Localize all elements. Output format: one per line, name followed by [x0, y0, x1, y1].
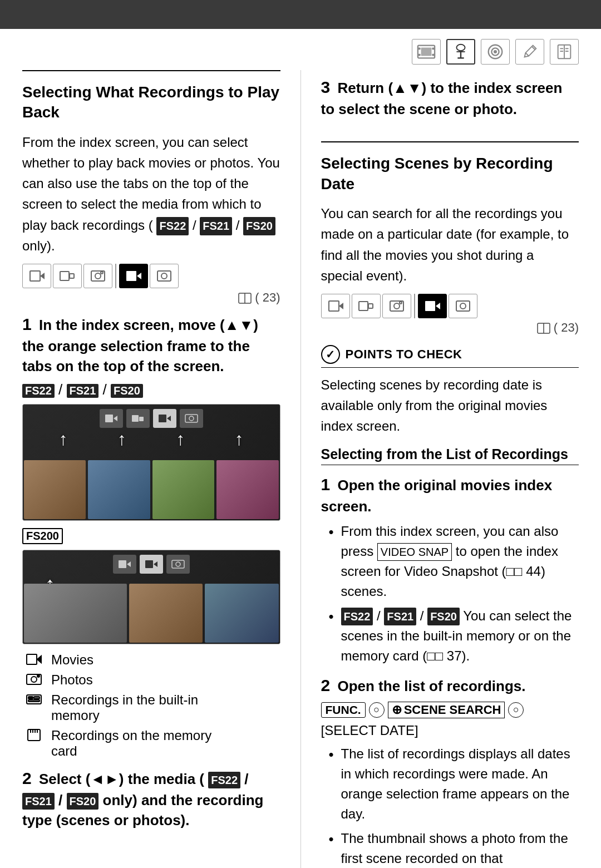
thumb-1	[24, 460, 86, 519]
svg-rect-48	[27, 654, 37, 664]
arrows-overlay: ↑ ↑ ↑ ↑	[23, 429, 280, 450]
svg-marker-35	[114, 416, 117, 421]
svg-marker-45	[154, 561, 157, 567]
svg-rect-5	[421, 47, 432, 56]
step2-label: 2 Select (◄►) the media ( FS22 / FS21 / …	[22, 767, 280, 831]
svg-rect-42	[119, 560, 126, 568]
legend-memcard: Recordings on the memorycard	[22, 728, 280, 759]
tab-photo	[83, 264, 112, 288]
sub-step2-bullets: The list of recordings displays all date…	[329, 744, 579, 868]
cam-screen-fs200-inner: ↑	[23, 550, 280, 644]
right-column: 3 Return (▲▼) to the index screen to sel…	[301, 70, 579, 868]
cam-tabs	[23, 409, 280, 428]
model-fs21-intro: FS21	[200, 217, 232, 235]
svg-rect-4	[432, 54, 435, 56]
legend-builtin-icon	[22, 693, 46, 706]
svg-rect-24	[70, 274, 74, 278]
thumb-row-fs200	[23, 583, 280, 644]
ptc-text: Selecting scenes by recording date is av…	[321, 374, 579, 437]
svg-rect-54	[28, 697, 33, 699]
svg-marker-70	[436, 303, 440, 309]
svg-point-41	[189, 416, 194, 421]
svg-rect-30	[157, 271, 171, 281]
icon-legend: Movies Photos	[22, 652, 280, 759]
sub-step2: 2 Open the list of recordings.	[321, 674, 579, 697]
bullet-recordings-list: The list of recordings displays all date…	[329, 744, 579, 824]
svg-rect-44	[145, 560, 153, 568]
svg-marker-39	[167, 416, 171, 421]
svg-point-72	[460, 303, 466, 309]
thumb-2	[88, 460, 150, 519]
svg-rect-21	[30, 271, 40, 281]
legend-movies-text: Movies	[51, 652, 93, 668]
svg-rect-71	[456, 301, 470, 311]
svg-point-52	[37, 675, 40, 677]
pencil-icon	[515, 39, 544, 65]
tab-divider-r	[414, 294, 415, 318]
svg-rect-3	[432, 47, 435, 50]
step3-label: 3 Return (▲▼) to the index screen to sel…	[321, 76, 579, 119]
bullet-thumbnail: The thumbnail shows a photo from the fir…	[329, 828, 579, 868]
svg-rect-55	[34, 697, 40, 699]
ptc-divider	[321, 367, 579, 368]
sub-step1: 1 Open the original movies index screen.	[321, 473, 579, 516]
thumb-3	[152, 460, 214, 519]
svg-line-13	[525, 53, 529, 56]
intro-para-right: You can search for all the recordings yo…	[321, 203, 579, 286]
svg-point-12	[494, 51, 496, 53]
svg-rect-36	[132, 415, 139, 422]
bullet-video-snap: From this index screen, you can also pre…	[329, 521, 579, 601]
svg-point-6	[456, 45, 465, 51]
svg-rect-62	[329, 301, 339, 311]
sub-step1-bullets: From this index screen, you can also pre…	[329, 521, 579, 666]
cam-screen-inner: ↑ ↑ ↑ ↑	[23, 405, 280, 520]
tab-r-movie	[321, 294, 350, 318]
tab-r-movie2	[352, 294, 381, 318]
points-to-check-section: ✓ POINTS TO CHECK Selecting scenes by re…	[321, 345, 579, 437]
intro-paragraph: From the index screen, you can select wh…	[22, 132, 280, 256]
svg-point-31	[161, 273, 167, 279]
cam-tab-fs200-3	[166, 555, 190, 574]
legend-builtin: Recordings in the built-inmemory	[22, 692, 280, 723]
fs200-label: FS200	[22, 526, 280, 544]
svg-rect-56	[28, 700, 40, 702]
select-date-label: [SELECT DATE]	[321, 723, 579, 738]
scene-search-box: ⊕ SCENE SEARCH	[388, 702, 505, 718]
tab-movie2	[53, 264, 82, 288]
legend-memcard-text: Recordings on the memorycard	[51, 728, 211, 759]
cam-tab-1	[100, 409, 123, 428]
thumb-4	[216, 460, 278, 519]
svg-rect-2	[418, 54, 421, 56]
page-ref-right: ( 23)	[321, 320, 579, 335]
cam-tab-fs200-1	[113, 555, 136, 574]
svg-rect-28	[126, 271, 136, 281]
tab-divider	[115, 264, 116, 288]
pushpin-icon	[446, 39, 475, 65]
tab-movie	[22, 264, 51, 288]
model-fs20-intro: FS20	[243, 217, 275, 235]
svg-rect-65	[368, 304, 373, 308]
svg-rect-57	[28, 729, 40, 741]
svg-marker-22	[40, 273, 45, 279]
scene-search-label: SCENE SEARCH	[404, 703, 501, 717]
svg-rect-46	[172, 560, 184, 568]
legend-memcard-icon	[22, 729, 46, 741]
check-circle-icon: ✓	[321, 345, 340, 364]
camera-screen-fs200: ↑	[22, 550, 280, 644]
scene-search-icon: ⊕	[392, 703, 402, 717]
tab-r-photo2	[449, 294, 477, 318]
svg-rect-37	[139, 417, 144, 421]
svg-rect-23	[60, 272, 69, 280]
sub-section-title: Selecting from the List of Recordings	[321, 446, 579, 465]
svg-rect-69	[425, 301, 435, 311]
left-column: Selecting What Recordings to Play Back F…	[22, 70, 301, 868]
svg-marker-29	[137, 273, 141, 279]
tab-r-playback-active	[418, 294, 447, 318]
tab-strip-left	[22, 264, 280, 288]
legend-movies: Movies	[22, 652, 280, 668]
svg-marker-49	[37, 656, 41, 663]
model-fs22-intro: FS22	[156, 217, 189, 235]
tab-strip-right	[321, 294, 579, 318]
fs-models-label: FS22 / FS21 / FS20	[22, 381, 280, 398]
svg-rect-40	[185, 415, 198, 422]
